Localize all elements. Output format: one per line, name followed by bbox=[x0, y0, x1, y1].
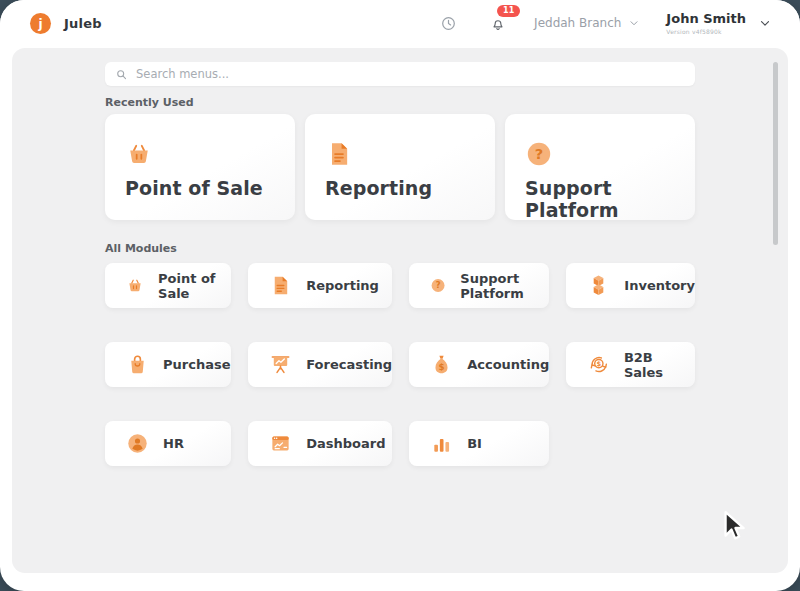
svg-text:$: $ bbox=[597, 360, 602, 368]
all-modules-grid: Point of SaleReporting?Support PlatformI… bbox=[105, 263, 695, 466]
module-card-hr[interactable]: HR bbox=[105, 421, 231, 466]
chevron-down-icon bbox=[758, 16, 772, 30]
chevron-down-icon bbox=[628, 17, 640, 29]
app-window: j Juleb 11 bbox=[0, 0, 800, 591]
module-label: Inventory bbox=[624, 278, 695, 293]
branch-label: Jeddah Branch bbox=[534, 16, 621, 30]
search-icon bbox=[115, 68, 128, 81]
clock-history-icon bbox=[440, 15, 457, 32]
history-button[interactable] bbox=[440, 15, 457, 32]
section-title-recently-used: Recently Used bbox=[105, 96, 695, 109]
module-card-purchase[interactable]: Purchase bbox=[105, 342, 231, 387]
content-panel: Recently Used Point of SaleReporting?Sup… bbox=[12, 48, 788, 573]
forecasting-icon bbox=[269, 353, 292, 376]
module-label: Accounting bbox=[467, 357, 549, 372]
basket-icon bbox=[125, 140, 153, 168]
recent-card-support-platform[interactable]: ?Support Platform bbox=[505, 114, 695, 220]
svg-text:?: ? bbox=[436, 280, 441, 290]
module-label: Forecasting bbox=[306, 357, 392, 372]
search-bar[interactable] bbox=[105, 62, 695, 86]
module-label: Support Platform bbox=[460, 271, 549, 301]
module-label: Reporting bbox=[306, 278, 379, 293]
svg-text:$: $ bbox=[439, 362, 445, 372]
accounting-icon: $ bbox=[430, 353, 453, 376]
section-title-all-modules: All Modules bbox=[105, 242, 695, 255]
basket-icon bbox=[126, 274, 144, 297]
inventory-icon bbox=[587, 274, 610, 297]
module-card-accounting[interactable]: $Accounting bbox=[409, 342, 549, 387]
module-label: Reporting bbox=[325, 177, 495, 199]
purchase-bag-icon bbox=[126, 353, 149, 376]
hr-icon bbox=[126, 432, 149, 455]
b2b-sales-icon: $ bbox=[587, 353, 610, 376]
module-label: Point of Sale bbox=[125, 177, 295, 199]
dashboard-icon bbox=[269, 432, 292, 455]
question-icon: ? bbox=[430, 274, 446, 297]
report-icon bbox=[325, 140, 353, 168]
module-label: BI bbox=[467, 436, 482, 451]
module-label: Purchase bbox=[163, 357, 230, 372]
module-card-bi[interactable]: BI bbox=[409, 421, 549, 466]
module-card-forecasting[interactable]: Forecasting bbox=[248, 342, 392, 387]
module-card-support-platform[interactable]: ?Support Platform bbox=[409, 263, 549, 308]
module-label: Point of Sale bbox=[158, 271, 231, 301]
module-card-inventory[interactable]: Inventory bbox=[566, 263, 695, 308]
recent-card-point-of-sale[interactable]: Point of Sale bbox=[105, 114, 295, 220]
report-icon bbox=[269, 274, 292, 297]
user-info: John Smith Version v4f5890k bbox=[666, 12, 746, 35]
recently-used-grid: Point of SaleReporting?Support Platform bbox=[105, 114, 695, 220]
question-icon: ? bbox=[525, 140, 553, 168]
content-column: Recently Used Point of SaleReporting?Sup… bbox=[105, 48, 695, 466]
bell-icon bbox=[490, 15, 506, 32]
module-card-b2b-sales[interactable]: $B2B Sales bbox=[566, 342, 695, 387]
module-card-reporting[interactable]: Reporting bbox=[248, 263, 392, 308]
recent-card-reporting[interactable]: Reporting bbox=[305, 114, 495, 220]
notification-badge: 11 bbox=[497, 5, 520, 17]
brand-logo-icon: j bbox=[30, 13, 51, 34]
module-label: HR bbox=[163, 436, 184, 451]
module-label: Support Platform bbox=[525, 177, 695, 221]
user-dropdown[interactable]: John Smith Version v4f5890k bbox=[666, 12, 772, 35]
branch-dropdown[interactable]: Jeddah Branch bbox=[534, 16, 640, 30]
user-name: John Smith bbox=[666, 12, 746, 26]
module-label: Dashboard bbox=[306, 436, 385, 451]
svg-text:?: ? bbox=[535, 145, 543, 162]
brand-name: Juleb bbox=[64, 16, 102, 31]
search-input[interactable] bbox=[136, 67, 685, 81]
topbar: j Juleb 11 bbox=[0, 0, 800, 47]
app-version-label: Version v4f5890k bbox=[666, 28, 721, 35]
notifications-button[interactable]: 11 bbox=[490, 15, 506, 32]
topbar-right: 11 Jeddah Branch John Smith Version v4f5… bbox=[440, 12, 772, 35]
bi-chart-icon bbox=[430, 432, 453, 455]
module-label: B2B Sales bbox=[624, 350, 695, 380]
module-card-dashboard[interactable]: Dashboard bbox=[248, 421, 392, 466]
module-card-point-of-sale[interactable]: Point of Sale bbox=[105, 263, 231, 308]
scrollbar-thumb[interactable] bbox=[773, 62, 778, 245]
